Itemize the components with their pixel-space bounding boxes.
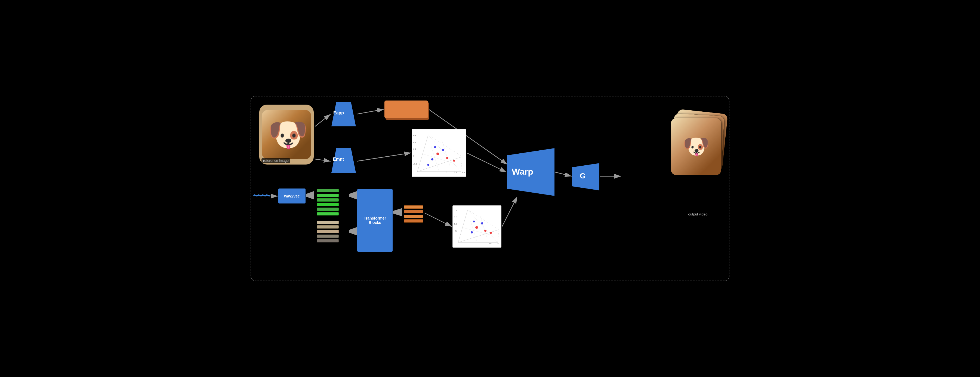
svg-line-24 bbox=[423, 154, 454, 163]
transformer-blocks: Transformer Blocks bbox=[357, 189, 393, 252]
neutral-lines-stack bbox=[317, 220, 339, 243]
svg-marker-11 bbox=[306, 191, 314, 200]
green-lines-stack bbox=[317, 189, 339, 216]
svg-text:0.4: 0.4 bbox=[497, 243, 500, 244]
svg-text:-0.2: -0.2 bbox=[413, 163, 417, 165]
svg-point-26 bbox=[442, 149, 444, 151]
orange-lines-stack bbox=[404, 205, 423, 222]
diagram-container: ⏦⏦⏦⏦ reference image Eapp Emnt bbox=[251, 96, 729, 281]
scatter-plot-audio: 0.4 0.2 0.6 0.2 0.0 -0.2 bbox=[452, 205, 501, 248]
svg-text:0.6: 0.6 bbox=[454, 209, 457, 211]
sound-wave-icon: ⏦⏦⏦⏦ bbox=[253, 190, 270, 200]
svg-line-45 bbox=[498, 230, 499, 243]
svg-line-4 bbox=[357, 153, 411, 161]
wav2vec-block: wav2vec bbox=[278, 188, 305, 203]
svg-point-51 bbox=[471, 231, 473, 233]
svg-point-25 bbox=[436, 153, 439, 155]
svg-line-8 bbox=[555, 172, 572, 176]
appearance-feature-box bbox=[385, 101, 428, 118]
svg-line-3 bbox=[357, 109, 384, 114]
warp-block bbox=[507, 148, 554, 196]
wav2vec-label: wav2vec bbox=[284, 194, 300, 198]
svg-line-18 bbox=[417, 157, 462, 172]
eapp-encoder-block bbox=[331, 102, 356, 126]
scatter-plot-motion: 0.4 0.2 0 0.8 0.4 0.2 0 -0.2 bbox=[412, 129, 466, 177]
svg-text:0.0: 0.0 bbox=[454, 223, 457, 225]
svg-text:0.8: 0.8 bbox=[413, 134, 417, 137]
output-video-stack: 🐶 🐶 🐶 output video bbox=[671, 112, 725, 207]
svg-text:0.2: 0.2 bbox=[454, 171, 457, 174]
svg-marker-13 bbox=[349, 227, 357, 235]
reference-image-label: reference image bbox=[261, 158, 290, 163]
svg-point-31 bbox=[428, 164, 430, 166]
svg-point-52 bbox=[484, 230, 487, 232]
svg-text:0: 0 bbox=[446, 171, 447, 174]
svg-point-50 bbox=[481, 222, 483, 224]
dog-face-image bbox=[262, 110, 311, 159]
svg-line-23 bbox=[442, 140, 450, 166]
svg-text:0.2: 0.2 bbox=[454, 216, 457, 218]
svg-point-53 bbox=[473, 220, 475, 222]
svg-line-41 bbox=[458, 210, 468, 243]
output-card-front: 🐶 bbox=[671, 118, 721, 175]
arrows-overlay bbox=[251, 96, 729, 281]
reference-image: reference image bbox=[259, 105, 314, 165]
svg-line-21 bbox=[461, 157, 462, 172]
svg-line-15 bbox=[425, 213, 452, 227]
svg-line-2 bbox=[315, 159, 331, 161]
svg-text:0.2: 0.2 bbox=[490, 243, 492, 244]
svg-line-17 bbox=[417, 135, 428, 172]
svg-marker-12 bbox=[349, 191, 357, 200]
svg-line-19 bbox=[428, 135, 461, 172]
svg-line-44 bbox=[468, 210, 499, 230]
svg-marker-14 bbox=[393, 208, 402, 216]
svg-line-7 bbox=[502, 196, 517, 227]
svg-line-6 bbox=[466, 153, 506, 172]
transformer-label: Transformer Blocks bbox=[364, 216, 386, 225]
svg-text:0: 0 bbox=[413, 155, 415, 157]
svg-point-27 bbox=[431, 158, 433, 160]
svg-point-49 bbox=[475, 226, 478, 229]
svg-point-54 bbox=[490, 232, 492, 234]
svg-line-1 bbox=[315, 114, 331, 126]
svg-text:0.2: 0.2 bbox=[413, 148, 417, 150]
emnt-encoder-block bbox=[331, 148, 356, 173]
svg-point-30 bbox=[453, 160, 455, 162]
svg-text:0.4: 0.4 bbox=[462, 171, 466, 174]
generator-block bbox=[572, 163, 599, 190]
svg-text:0.4: 0.4 bbox=[413, 141, 417, 144]
svg-text:-0.2: -0.2 bbox=[454, 230, 457, 232]
svg-line-42 bbox=[458, 230, 499, 243]
svg-point-28 bbox=[446, 157, 449, 159]
svg-point-29 bbox=[434, 146, 436, 148]
